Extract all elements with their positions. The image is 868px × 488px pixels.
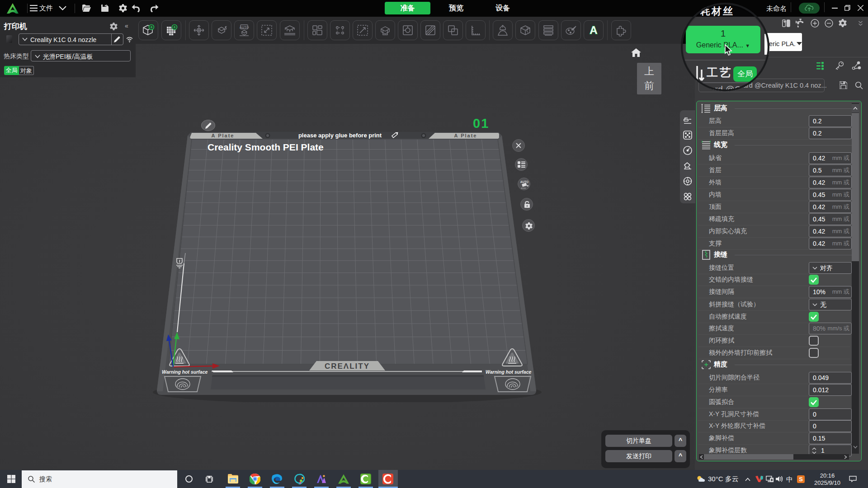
svg-text:A Plate: A Plate xyxy=(212,133,235,138)
svg-text:Warning hot surface: Warning hot surface xyxy=(486,369,531,375)
svg-text:Warning hot surface: Warning hot surface xyxy=(162,369,208,375)
svg-text:AUTO: AUTO xyxy=(239,25,249,29)
svg-text:please apply glue before print: please apply glue before print xyxy=(298,132,382,139)
svg-text:A Plate: A Plate xyxy=(454,133,477,138)
svg-text:CREΛLITY: CREΛLITY xyxy=(325,362,370,371)
svg-text:AUTO: AUTO xyxy=(520,180,528,183)
svg-text:Creality Smooth PEI Plate: Creality Smooth PEI Plate xyxy=(208,142,324,152)
svg-text:A: A xyxy=(590,24,597,36)
